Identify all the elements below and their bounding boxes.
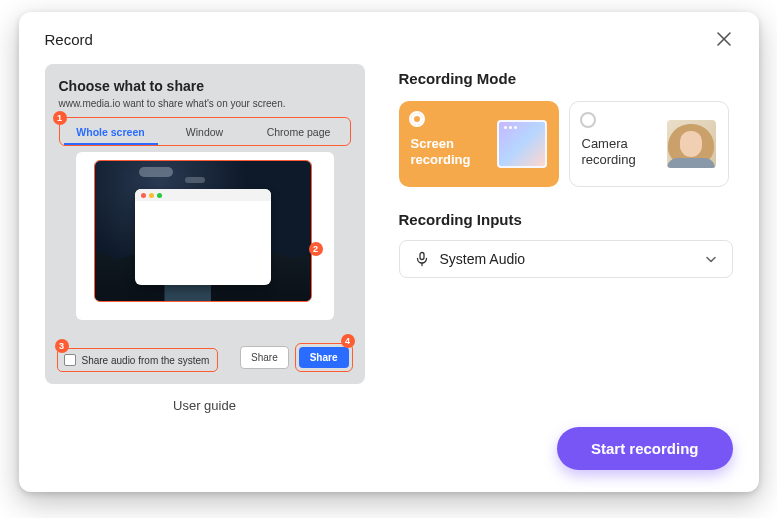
- share-tab-row: Whole screen Window Chrome page: [64, 120, 346, 145]
- guide-highlight-preview: [94, 160, 312, 302]
- share-subtitle: www.media.io want to share what's on you…: [59, 98, 351, 109]
- share-button-primary: Share: [299, 347, 349, 368]
- record-modal: Record Choose what to share www.media.io…: [19, 12, 759, 492]
- tab-window: Window: [158, 120, 252, 145]
- microphone-icon: [414, 251, 430, 267]
- share-button-secondary: Share: [240, 346, 289, 369]
- mode-camera-label: Camera recording: [582, 120, 659, 169]
- mode-screen-label: Screen recording: [411, 120, 489, 169]
- share-audio-checkbox: [64, 354, 76, 366]
- guide-highlight-audio: 3 Share audio from the system: [57, 348, 219, 372]
- recording-inputs-title: Recording Inputs: [399, 211, 733, 228]
- chevron-down-icon: [704, 252, 718, 266]
- radio-selected-icon: [409, 111, 425, 127]
- recording-mode-row: Screen recording Camera recording: [399, 101, 733, 187]
- radio-unselected-icon: [580, 112, 596, 128]
- mode-camera-recording[interactable]: Camera recording: [569, 101, 729, 187]
- mini-window-icon: [135, 189, 271, 285]
- audio-input-label: System Audio: [440, 251, 694, 267]
- tab-whole-screen: Whole screen: [64, 120, 158, 145]
- share-title: Choose what to share: [59, 78, 351, 94]
- close-icon: [715, 30, 733, 48]
- recording-mode-title: Recording Mode: [399, 70, 733, 87]
- guide-screenshot: Choose what to share www.media.io want t…: [45, 64, 365, 384]
- user-guide-panel: Choose what to share www.media.io want t…: [45, 64, 365, 413]
- guide-highlight-share: 4 Share: [295, 343, 353, 372]
- guide-badge-1: 1: [53, 111, 67, 125]
- start-recording-button[interactable]: Start recording: [557, 427, 733, 470]
- camera-thumb-icon: [667, 120, 716, 168]
- guide-bottom-row: 3 Share audio from the system Share 4 Sh…: [57, 343, 353, 372]
- mode-screen-recording[interactable]: Screen recording: [399, 101, 559, 187]
- modal-header: Record: [45, 30, 733, 48]
- close-button[interactable]: [715, 30, 733, 48]
- preview-stage: 2: [76, 152, 334, 320]
- screen-thumb-icon: [497, 120, 547, 168]
- guide-badge-4: 4: [341, 334, 355, 348]
- modal-title: Record: [45, 31, 93, 48]
- guide-badge-3: 3: [55, 339, 69, 353]
- share-audio-label: Share audio from the system: [82, 355, 210, 366]
- guide-highlight-tabs: 1 Whole screen Window Chrome page: [59, 117, 351, 146]
- guide-caption: User guide: [45, 398, 365, 413]
- tab-chrome-page: Chrome page: [252, 120, 346, 145]
- settings-panel: Recording Mode Screen recording Camera r…: [399, 64, 733, 413]
- svg-rect-2: [420, 253, 424, 260]
- audio-input-select[interactable]: System Audio: [399, 240, 733, 278]
- guide-badge-2: 2: [309, 242, 323, 256]
